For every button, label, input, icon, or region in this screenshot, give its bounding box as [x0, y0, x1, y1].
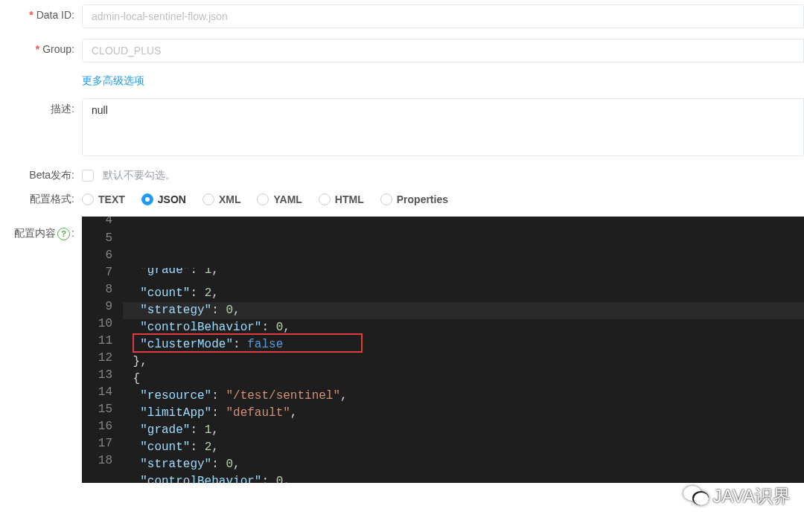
row-group: *Group:: [0, 39, 804, 63]
label-beta: Beta发布:: [0, 169, 82, 182]
label-data-id: *Data ID:: [0, 4, 82, 21]
help-icon[interactable]: ?: [57, 228, 70, 240]
label-content: 配置内容?:: [0, 217, 82, 240]
beta-checkbox[interactable]: [82, 170, 94, 182]
radio-label: YAML: [273, 193, 302, 205]
row-format: 配置格式: TEXTJSONXMLYAMLHTMLProperties: [0, 193, 804, 206]
beta-hint: 默认不要勾选。: [103, 169, 176, 181]
radio-label: Properties: [397, 193, 448, 205]
group-input[interactable]: [82, 39, 804, 63]
code-line[interactable]: "limitApp": "default",: [123, 405, 804, 422]
code-line[interactable]: "grade": 1,: [123, 268, 804, 285]
code-line[interactable]: "controlBehavior": 0,: [123, 473, 804, 483]
row-data-id: *Data ID:: [0, 4, 804, 28]
row-content: 配置内容?: 456789101112131415161718 "grade":…: [0, 217, 804, 483]
code-line[interactable]: "count": 2,: [123, 439, 804, 456]
config-form: *Data ID: *Group: 更多高级选项 描述: null Beta发布…: [0, 0, 804, 483]
radio-label: TEXT: [98, 193, 125, 205]
label-group: *Group:: [0, 39, 82, 55]
code-line[interactable]: {: [123, 371, 804, 388]
code-line[interactable]: "strategy": 0,: [123, 302, 804, 319]
format-radio-yaml[interactable]: YAML: [257, 193, 302, 205]
code-line[interactable]: "controlBehavior": 0,: [123, 319, 804, 336]
label-desc: 描述:: [0, 98, 82, 116]
more-options-link[interactable]: 更多高级选项: [82, 73, 144, 88]
editor-gutter: 456789101112131415161718: [82, 217, 123, 483]
radio-label: HTML: [335, 193, 364, 205]
label-format: 配置格式:: [0, 193, 82, 206]
format-radio-text[interactable]: TEXT: [82, 193, 125, 205]
radio-dot-icon: [257, 193, 269, 205]
code-line[interactable]: "resource": "/test/sentinel",: [123, 388, 804, 405]
format-radio-html[interactable]: HTML: [319, 193, 364, 205]
desc-textarea[interactable]: null: [82, 98, 804, 156]
format-radio-xml[interactable]: XML: [202, 193, 241, 205]
radio-label: JSON: [158, 193, 186, 205]
radio-dot-icon: [380, 193, 392, 205]
radio-dot-icon: [141, 193, 153, 205]
radio-dot-icon: [319, 193, 331, 205]
code-line[interactable]: "count": 2,: [123, 285, 804, 302]
row-beta: Beta发布: 默认不要勾选。: [0, 169, 804, 182]
radio-label: XML: [219, 193, 241, 205]
row-desc: 描述: null: [0, 98, 804, 158]
format-radio-properties[interactable]: Properties: [380, 193, 448, 205]
format-radio-group: TEXTJSONXMLYAMLHTMLProperties: [82, 193, 804, 205]
radio-dot-icon: [202, 193, 214, 205]
radio-dot-icon: [82, 193, 94, 205]
editor-code[interactable]: "grade": 1, "count": 2, "strategy": 0, "…: [123, 217, 804, 483]
data-id-input[interactable]: [82, 4, 804, 28]
code-line[interactable]: },: [123, 353, 804, 371]
code-editor[interactable]: 456789101112131415161718 "grade": 1, "co…: [82, 217, 804, 483]
code-line[interactable]: "strategy": 0,: [123, 456, 804, 473]
format-radio-json[interactable]: JSON: [141, 193, 186, 205]
code-line[interactable]: "grade": 1,: [123, 422, 804, 439]
row-more-options: 更多高级选项: [0, 73, 804, 88]
code-line[interactable]: "clusterMode": false: [123, 336, 804, 353]
